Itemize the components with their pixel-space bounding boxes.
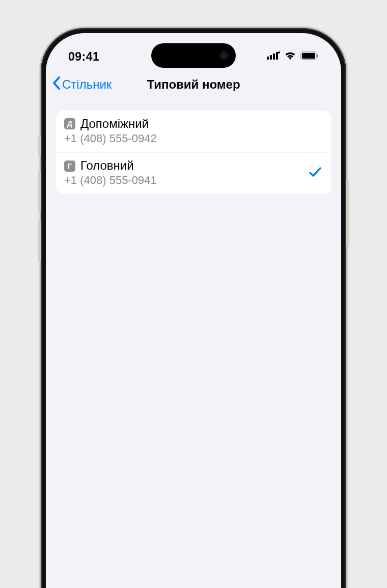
status-icons [267,51,319,62]
dynamic-island [151,43,236,68]
status-time: 09:41 [68,50,99,64]
svg-rect-0 [267,57,269,60]
phone-frame: 09:41 [41,28,346,588]
volume-up-button [38,171,41,211]
svg-rect-6 [302,53,315,59]
camera-dot [219,51,229,60]
volume-down-button [38,221,41,261]
wifi-icon [284,51,296,62]
svg-point-4 [278,51,280,54]
svg-rect-2 [273,54,275,60]
line-row-secondary[interactable]: Д Допоміжний +1 (408) 555-0942 [56,111,331,152]
line-number: +1 (408) 555-0941 [64,173,309,188]
page-title: Типовий номер [147,77,240,92]
back-label: Стільник [62,77,112,92]
line-badge: Г [64,161,75,172]
power-button [346,181,349,247]
line-badge: Д [64,118,75,129]
cellular-icon [267,51,280,62]
silent-switch [38,135,41,156]
content: Д Допоміжний +1 (408) 555-0942 Г Головни… [46,99,341,205]
svg-rect-3 [276,52,278,60]
screen: 09:41 [46,33,341,588]
svg-rect-7 [317,54,319,57]
line-name: Головний [80,158,134,173]
line-name: Допоміжний [80,117,149,131]
line-row-main: Д Допоміжний +1 (408) 555-0942 [64,117,322,146]
line-number: +1 (408) 555-0942 [64,131,322,146]
chevron-left-icon [52,76,61,93]
line-row-primary[interactable]: Г Головний +1 (408) 555-0941 [56,152,331,194]
battery-icon [300,51,319,62]
back-button[interactable]: Стільник [52,76,112,93]
checkmark-icon [309,166,322,181]
line-row-main: Г Головний +1 (408) 555-0941 [64,158,309,188]
nav-bar: Стільник Типовий номер [46,70,341,99]
line-list: Д Допоміжний +1 (408) 555-0942 Г Головни… [56,111,331,194]
svg-rect-1 [270,55,272,60]
